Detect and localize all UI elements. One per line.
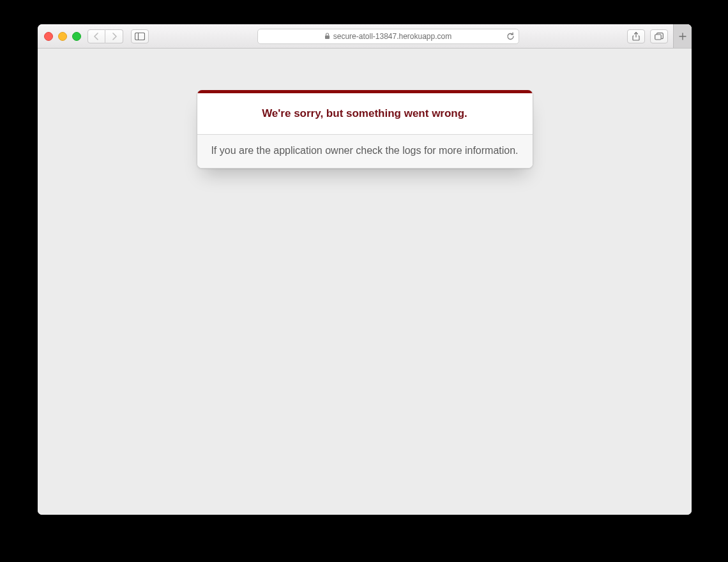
lock-icon xyxy=(324,33,330,40)
browser-toolbar: secure-atoll-13847.herokuapp.com xyxy=(38,24,692,49)
sidebar-icon xyxy=(135,33,145,40)
rails-error-dialog: We're sorry, but something went wrong. I… xyxy=(197,90,533,169)
tabs-icon xyxy=(655,33,664,40)
svg-rect-2 xyxy=(325,36,330,40)
chevron-left-icon xyxy=(93,33,100,40)
address-bar[interactable]: secure-atoll-13847.herokuapp.com xyxy=(257,29,519,44)
sidebar-toggle-button[interactable] xyxy=(131,29,149,43)
error-heading: We're sorry, but something went wrong. xyxy=(197,93,533,135)
toolbar-right-group xyxy=(627,24,685,48)
reload-button[interactable] xyxy=(506,32,515,41)
address-bar-url: secure-atoll-13847.herokuapp.com xyxy=(333,32,451,41)
svg-rect-4 xyxy=(655,34,662,40)
window-zoom-button[interactable] xyxy=(72,32,81,41)
window-controls xyxy=(44,32,81,41)
svg-rect-0 xyxy=(135,33,145,40)
address-bar-content: secure-atoll-13847.herokuapp.com xyxy=(263,32,513,41)
window-minimize-button[interactable] xyxy=(58,32,67,41)
share-button[interactable] xyxy=(627,29,645,43)
new-tab-button[interactable] xyxy=(673,24,692,48)
page-viewport: We're sorry, but something went wrong. I… xyxy=(38,49,692,515)
reload-icon xyxy=(506,32,515,41)
plus-icon xyxy=(679,33,686,40)
forward-button[interactable] xyxy=(105,29,123,43)
browser-window: secure-atoll-13847.herokuapp.com xyxy=(38,24,692,515)
show-tabs-button[interactable] xyxy=(650,29,668,43)
nav-back-forward-group xyxy=(87,29,123,43)
chevron-right-icon xyxy=(111,33,118,40)
error-body: If you are the application owner check t… xyxy=(197,135,533,168)
window-close-button[interactable] xyxy=(44,32,53,41)
back-button[interactable] xyxy=(87,29,105,43)
share-icon xyxy=(632,32,640,41)
